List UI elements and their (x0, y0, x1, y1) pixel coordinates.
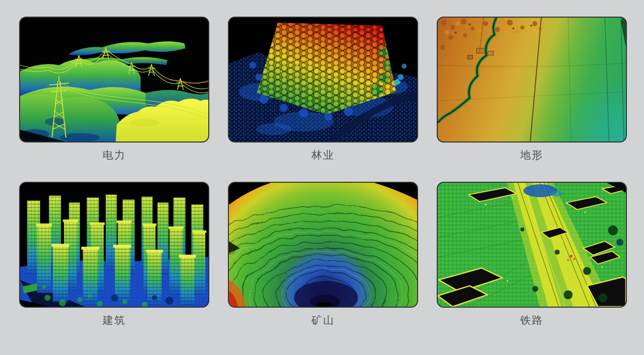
application-card-mining: 矿山 (228, 182, 418, 327)
application-card-forestry: 林业 (228, 17, 418, 162)
application-card-building: 建筑 (19, 182, 209, 327)
forestry-pointcloud-art (229, 18, 417, 141)
building-pointcloud-art (20, 183, 208, 307)
power-image (19, 17, 209, 143)
application-card-terrain: 地形 (437, 17, 627, 162)
card-label-mining: 矿山 (228, 314, 418, 327)
card-label-railway: 铁路 (437, 314, 627, 327)
railway-pointcloud-art (438, 183, 626, 307)
railway-image (437, 182, 627, 308)
card-label-terrain: 地形 (437, 149, 627, 162)
applications-grid: 电力 (0, 0, 644, 327)
card-label-forestry: 林业 (228, 149, 418, 162)
mining-image (228, 182, 418, 308)
application-card-power: 电力 (19, 17, 209, 162)
building-image (19, 182, 209, 308)
terrain-dem-art (438, 18, 626, 141)
terrain-image (437, 17, 627, 143)
forestry-image (228, 17, 418, 143)
application-card-railway: 铁路 (437, 182, 627, 327)
card-label-power: 电力 (19, 149, 209, 162)
power-pointcloud-art (20, 18, 208, 141)
mining-pointcloud-art (229, 183, 417, 307)
card-label-building: 建筑 (19, 314, 209, 327)
